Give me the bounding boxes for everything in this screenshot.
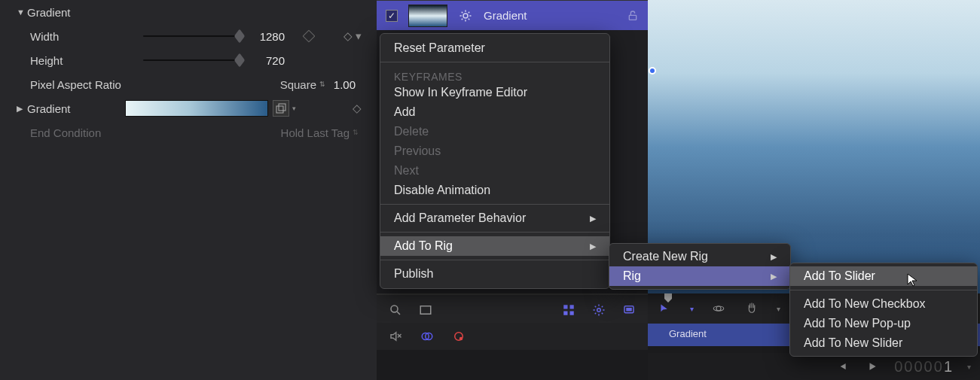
layer-row-gradient[interactable]: ✓ Gradient xyxy=(377,0,648,30)
svg-rect-0 xyxy=(276,106,283,113)
add-to-rig-submenu: Create New Rig▶ Rig▶ xyxy=(609,243,791,290)
menu-separator xyxy=(380,232,609,233)
width-value[interactable]: 1280 xyxy=(246,30,291,43)
svg-point-19 xyxy=(713,306,724,311)
layer-enable-checkbox[interactable]: ✓ xyxy=(386,10,398,22)
keyframe-diamond-icon[interactable]: ◇ xyxy=(353,102,362,115)
menu-add-to-new-slider[interactable]: Add To New Slider xyxy=(790,333,977,353)
menu-show-keyframe-editor[interactable]: Show In Keyframe Editor xyxy=(380,83,609,102)
svg-rect-6 xyxy=(420,306,431,314)
chevron-right-icon: ▶ xyxy=(590,214,596,223)
menu-add-to-new-checkbox[interactable]: Add To New Checkbox xyxy=(790,294,977,314)
svg-rect-8 xyxy=(570,305,574,309)
search-icon[interactable] xyxy=(387,302,404,318)
grid-icon[interactable] xyxy=(560,302,577,318)
animation-menu-icon[interactable]: ◇ ▾ xyxy=(343,29,362,43)
disclosure-right-icon[interactable]: ▶ xyxy=(17,104,27,114)
menu-delete-keyframe: Delete xyxy=(380,122,609,141)
param-height: Height 720 xyxy=(0,48,377,72)
menu-disable-animation[interactable]: Disable Animation xyxy=(380,181,609,200)
menu-separator xyxy=(790,290,977,290)
menu-add-keyframe[interactable]: Add xyxy=(380,102,609,122)
mute-icon[interactable] xyxy=(387,328,404,345)
svg-rect-1 xyxy=(279,104,285,111)
tool-chevron-icon[interactable]: ▾ xyxy=(777,305,780,313)
param-group-gradient[interactable]: ▼ Gradient xyxy=(0,0,377,24)
go-to-start-icon[interactable] xyxy=(834,358,850,375)
pixel-aspect-label: Pixel Aspect Ratio xyxy=(30,78,143,91)
canvas-control-point[interactable] xyxy=(649,67,656,74)
inspector-panel: ▼ Gradient Width 1280 ◇ ▾ Height 720 Pix… xyxy=(0,0,377,380)
timeline-toolbar xyxy=(377,294,648,324)
menu-separator xyxy=(380,260,609,260)
svg-rect-7 xyxy=(563,305,567,309)
menu-create-new-rig[interactable]: Create New Rig▶ xyxy=(609,247,790,266)
menu-add-to-slider[interactable]: Add To Slider xyxy=(790,266,977,286)
svg-line-5 xyxy=(397,312,400,315)
play-icon[interactable] xyxy=(864,358,881,375)
keyframe-diamond-icon[interactable] xyxy=(303,30,316,43)
gradient-edit-button[interactable] xyxy=(273,100,289,117)
pixel-aspect-select[interactable]: Square xyxy=(280,78,316,91)
menu-rig[interactable]: Rig▶ xyxy=(609,266,790,286)
svg-point-2 xyxy=(463,14,468,18)
lock-icon[interactable] xyxy=(627,10,639,22)
menu-add-to-new-popup[interactable]: Add To New Pop-up xyxy=(790,314,977,333)
chevron-down-icon[interactable]: ▾ xyxy=(289,105,299,112)
loop-icon[interactable] xyxy=(419,328,435,345)
mask-icon[interactable] xyxy=(621,302,637,318)
menu-add-to-rig[interactable]: Add To Rig▶ xyxy=(380,236,609,256)
record-icon[interactable] xyxy=(450,328,467,345)
stack-icon xyxy=(276,103,286,114)
fit-window-icon[interactable] xyxy=(417,302,434,318)
end-condition-select: Hold Last Tag xyxy=(281,126,350,139)
end-condition-label: End Condition xyxy=(30,126,143,139)
param-width: Width 1280 ◇ ▾ xyxy=(0,24,377,48)
svg-rect-9 xyxy=(563,311,567,315)
menu-separator xyxy=(380,204,609,205)
pan-tool-icon[interactable] xyxy=(743,300,760,317)
pixel-aspect-value[interactable]: 1.00 xyxy=(328,78,362,91)
svg-rect-10 xyxy=(570,311,574,315)
menu-add-parameter-behavior[interactable]: Add Parameter Behavior▶ xyxy=(380,208,609,228)
param-pixel-aspect: Pixel Aspect Ratio Square ⇅ 1.00 xyxy=(0,72,377,96)
disclosure-down-icon[interactable]: ▼ xyxy=(17,8,27,17)
tool-chevron-icon[interactable]: ▾ xyxy=(690,305,694,313)
chevron-updown-icon: ⇅ xyxy=(350,129,362,136)
svg-point-18 xyxy=(716,306,721,311)
height-slider[interactable] xyxy=(143,59,241,61)
width-slider[interactable] xyxy=(143,35,241,37)
timecode-display[interactable]: 000001 xyxy=(894,357,954,375)
menu-previous-keyframe: Previous xyxy=(380,141,609,161)
svg-rect-13 xyxy=(626,308,632,312)
chevron-down-icon[interactable]: ▾ xyxy=(967,363,971,371)
slider-thumb-icon[interactable] xyxy=(234,53,246,67)
rig-submenu: Add To Slider Add To New Checkbox Add To… xyxy=(789,263,978,357)
svg-point-17 xyxy=(459,337,463,341)
height-value[interactable]: 720 xyxy=(246,54,291,67)
transport-controls: 000001 ▾ xyxy=(648,353,980,380)
menu-separator xyxy=(380,62,609,62)
menu-publish[interactable]: Publish xyxy=(380,264,609,284)
gradient-label: Gradient xyxy=(27,102,125,115)
layer-name[interactable]: Gradient xyxy=(484,9,527,22)
orbit-icon[interactable] xyxy=(710,300,727,317)
chevron-right-icon: ▶ xyxy=(590,242,596,251)
menu-section-keyframes: KEYFRAMES xyxy=(380,66,609,83)
clip-label: Gradient xyxy=(669,328,714,342)
generator-icon xyxy=(458,8,473,23)
param-gradient: ▶ Gradient ▾ ◇ xyxy=(0,96,377,120)
layer-thumbnail[interactable] xyxy=(408,5,447,27)
svg-point-11 xyxy=(597,308,601,312)
gear-icon[interactable] xyxy=(591,302,607,318)
svg-point-4 xyxy=(391,306,398,312)
chevron-updown-icon[interactable]: ⇅ xyxy=(316,81,328,88)
chevron-right-icon: ▶ xyxy=(771,272,777,281)
svg-rect-3 xyxy=(629,15,636,20)
chevron-right-icon: ▶ xyxy=(771,252,777,262)
slider-thumb-icon[interactable] xyxy=(234,29,246,43)
menu-reset-parameter[interactable]: Reset Parameter xyxy=(380,38,609,58)
timeline-controls xyxy=(377,323,648,350)
gradient-preview[interactable] xyxy=(125,100,268,117)
playhead-marker[interactable] xyxy=(664,293,670,301)
